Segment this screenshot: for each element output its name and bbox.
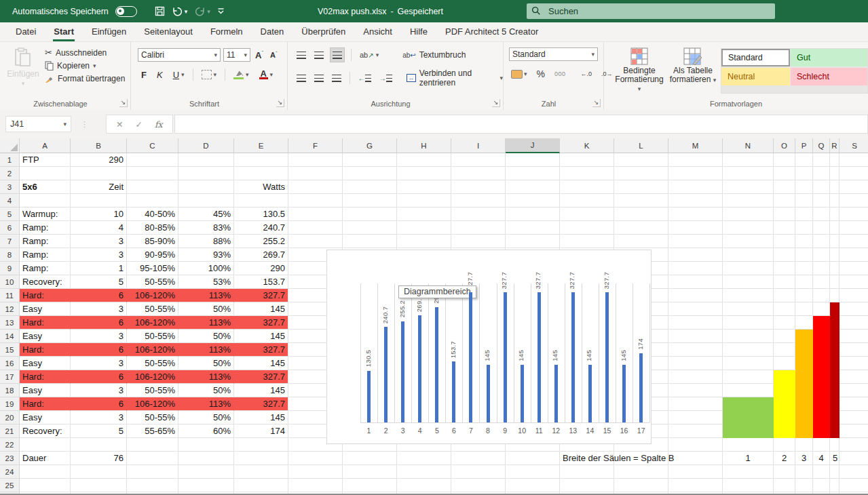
column-header-I[interactable]: I: [451, 138, 506, 153]
cell-Q10[interactable]: [813, 275, 830, 289]
align-top-button[interactable]: [295, 47, 308, 62]
conditional-formatting-button[interactable]: Bedingte Formatierung ▾: [614, 42, 665, 94]
cell-I3[interactable]: [451, 180, 506, 194]
cell-O14[interactable]: [774, 330, 795, 343]
row-header-9[interactable]: 9: [0, 262, 20, 275]
shrink-font-button[interactable]: Aˇ: [268, 47, 280, 62]
cell-R3[interactable]: [830, 180, 839, 194]
cell-F6[interactable]: [288, 221, 343, 235]
cell-O22[interactable]: [774, 438, 795, 452]
cell-O24[interactable]: [774, 465, 795, 479]
cell-P2[interactable]: [795, 167, 813, 180]
sheet-grid[interactable]: ABCDEFGHIJKLMNOPQRS 1FTP290235x6ZeitWatt…: [0, 138, 868, 495]
power-bar-1[interactable]: [723, 397, 774, 438]
column-header-H[interactable]: H: [397, 138, 451, 153]
cell-Q23[interactable]: 4: [813, 452, 830, 465]
column-header-M[interactable]: M: [668, 138, 723, 153]
name-box[interactable]: J41 ▾: [5, 116, 71, 132]
font-name-combo[interactable]: Calibri▾: [138, 48, 221, 62]
cell-I6[interactable]: [451, 221, 506, 235]
column-header-Q[interactable]: Q: [813, 138, 830, 153]
cell-D19[interactable]: 113%: [178, 397, 234, 411]
cell-M22[interactable]: [668, 438, 723, 452]
cell-Q2[interactable]: [813, 167, 830, 180]
redo-button[interactable]: ▾: [194, 6, 210, 16]
cell-C16[interactable]: 50-55%: [127, 357, 178, 370]
cell-P4[interactable]: [795, 194, 813, 207]
cell-B15[interactable]: 6: [71, 343, 127, 357]
cell-D25[interactable]: [178, 479, 234, 492]
cell-G1[interactable]: [343, 153, 397, 167]
number-format-combo[interactable]: Standard▾: [509, 47, 598, 61]
cell-M7[interactable]: [668, 235, 723, 248]
cell-G3[interactable]: [343, 180, 397, 194]
cell-S20[interactable]: [839, 411, 868, 424]
cell-B19[interactable]: 6: [71, 397, 127, 411]
tab-ansicht[interactable]: Ansicht: [354, 22, 401, 41]
undo-button[interactable]: ▾: [172, 6, 188, 16]
bold-button[interactable]: F: [139, 67, 149, 82]
cell-M2[interactable]: [668, 167, 723, 180]
cell-P11[interactable]: [795, 289, 813, 302]
cell-F7[interactable]: [288, 235, 343, 248]
cell-A14[interactable]: Easy: [20, 330, 71, 343]
formula-input[interactable]: [174, 115, 868, 134]
orientation-button[interactable]: ab↗▾: [358, 47, 381, 62]
paste-button[interactable]: Einfügen ▾: [4, 42, 42, 87]
cell-J7[interactable]: [506, 235, 560, 248]
cell-N8[interactable]: [723, 248, 774, 262]
cell-P6[interactable]: [795, 221, 813, 235]
row-header-19[interactable]: 19: [0, 397, 20, 411]
cell-S23[interactable]: [839, 452, 868, 465]
alignment-dialog-launcher[interactable]: ↘: [492, 99, 500, 107]
cell-P1[interactable]: [795, 153, 813, 167]
format-as-table-button[interactable]: Als Tabelle formatieren ▾: [665, 42, 721, 94]
cell-N12[interactable]: [723, 302, 774, 316]
cell-P13[interactable]: [795, 316, 813, 330]
cell-O9[interactable]: [774, 262, 795, 275]
cancel-button[interactable]: ✕: [116, 119, 123, 130]
cell-H3[interactable]: [397, 180, 451, 194]
cell-K5[interactable]: [560, 207, 614, 221]
column-header-A[interactable]: A: [20, 138, 71, 153]
cell-Q25[interactable]: [813, 479, 830, 492]
cell-F23[interactable]: [288, 452, 343, 465]
row-header-22[interactable]: 22: [0, 438, 20, 452]
column-header-D[interactable]: D: [178, 138, 234, 153]
cell-L1[interactable]: [614, 153, 668, 167]
redo-dropdown[interactable]: ▾: [207, 8, 210, 15]
cell-P25[interactable]: [795, 479, 813, 492]
cell-M13[interactable]: [668, 316, 723, 330]
cell-H5[interactable]: [397, 207, 451, 221]
column-header-L[interactable]: L: [614, 138, 668, 153]
cell-M17[interactable]: [668, 370, 723, 384]
merge-center-button[interactable]: ↔ Verbinden und zentrieren ▾: [407, 68, 503, 87]
cell-C22[interactable]: [127, 438, 178, 452]
cell-C10[interactable]: 50-55%: [127, 275, 178, 289]
column-header-P[interactable]: P: [795, 138, 813, 153]
cell-J2[interactable]: [506, 167, 560, 180]
cell-O10[interactable]: [774, 275, 795, 289]
cell-C24[interactable]: [127, 465, 178, 479]
cell-A24[interactable]: [20, 465, 71, 479]
cell-L24[interactable]: [614, 465, 668, 479]
cell-D1[interactable]: [178, 153, 234, 167]
cell-N23[interactable]: 1: [723, 452, 774, 465]
cell-N22[interactable]: [723, 438, 774, 452]
cell-A6[interactable]: Ramp:: [20, 221, 71, 235]
row-header-10[interactable]: 10: [0, 275, 20, 289]
cell-B9[interactable]: 1: [71, 262, 127, 275]
cell-O16[interactable]: [774, 357, 795, 370]
cell-M11[interactable]: [668, 289, 723, 302]
cell-L25[interactable]: [614, 479, 668, 492]
cell-D17[interactable]: 113%: [178, 370, 234, 384]
cell-S3[interactable]: [839, 180, 868, 194]
cell-D2[interactable]: [178, 167, 234, 180]
cell-I1[interactable]: [451, 153, 506, 167]
tab-start[interactable]: Start: [45, 22, 83, 41]
row-header-20[interactable]: 20: [0, 411, 20, 424]
cell-D9[interactable]: 100%: [178, 262, 234, 275]
cell-M3[interactable]: [668, 180, 723, 194]
cell-B16[interactable]: 3: [71, 357, 127, 370]
cell-D22[interactable]: [178, 438, 234, 452]
